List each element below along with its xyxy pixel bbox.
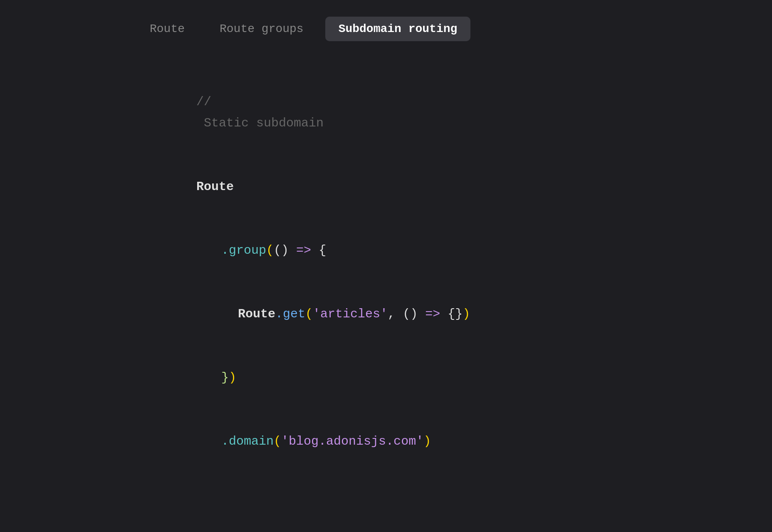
string-articles: 'articles' <box>313 307 388 321</box>
close-group-1: }) <box>136 346 636 410</box>
group-line-1: .group(() => { <box>136 219 636 282</box>
dynamic-subdomain-section: // Dynamic subdomain Route .group(() => … <box>136 507 636 532</box>
comma-1: , <box>388 307 395 321</box>
route-word-1: Route <box>196 180 234 194</box>
domain-string: 'blog.adonisjs.com' <box>281 434 423 448</box>
comment-dynamic: // Dynamic subdomain <box>136 515 636 532</box>
static-subdomain-section: // Static subdomain Route .group(() => {… <box>136 62 636 482</box>
comment-static: // Static subdomain <box>136 70 636 155</box>
get-method-1: .get <box>275 307 305 321</box>
domain-paren-close: ) <box>423 434 431 448</box>
close-paren-group-1: ) <box>229 371 236 385</box>
static-subdomain-code: // Static subdomain Route .group(() => {… <box>136 62 636 482</box>
paren-1: ( <box>266 243 274 257</box>
route-keyword-1: Route <box>136 155 636 219</box>
group-method-1: .group <box>221 243 266 257</box>
close-paren-1: ) <box>463 307 470 321</box>
tab-subdomain-routing[interactable]: Subdomain routing <box>325 17 471 41</box>
arrow-1: => <box>296 243 311 257</box>
domain-line: .domain('blog.adonisjs.com') <box>136 410 636 473</box>
route-inner-1: Route <box>238 307 275 321</box>
comment-slashes: // <box>196 95 211 109</box>
tab-route-groups[interactable]: Route groups <box>206 17 317 41</box>
paren-inner-1: () <box>274 243 289 257</box>
inner-paren-1: () <box>403 307 418 321</box>
main-container: Route Route groups Subdomain routing // … <box>136 17 636 532</box>
empty-braces-1: {} <box>448 307 463 321</box>
route-get-line-1: Route.get('articles', () => {}) <box>136 282 636 346</box>
domain-paren-open: ( <box>274 434 281 448</box>
brace-open-1: { <box>319 243 326 257</box>
tab-bar: Route Route groups Subdomain routing <box>136 17 636 41</box>
arrow-inner-1: => <box>425 307 440 321</box>
paren-get-1: ( <box>305 307 313 321</box>
comment-text-static: Static subdomain <box>196 116 324 130</box>
close-brace-1: } <box>221 371 229 385</box>
dynamic-subdomain-code: // Dynamic subdomain Route .group(() => … <box>136 507 636 532</box>
tab-route[interactable]: Route <box>136 17 198 41</box>
domain-method: .domain <box>221 434 274 448</box>
